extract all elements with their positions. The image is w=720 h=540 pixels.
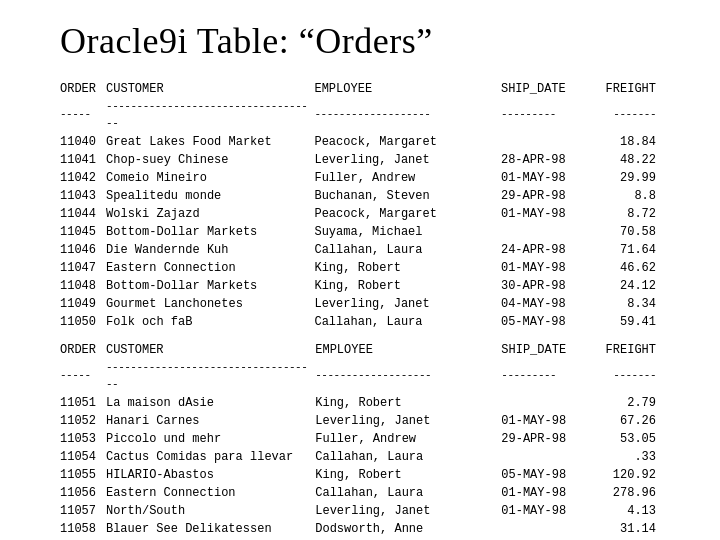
cell-customer: Great Lakes Food Market [106, 133, 314, 151]
col-header-ship_date: SHIP_DATE [501, 341, 599, 359]
cell-ship_date: 05-MAY-98 [501, 313, 600, 331]
cell-employee: King, Robert [315, 394, 501, 412]
cell-ship_date [501, 520, 599, 538]
cell-freight: 18.84 [600, 133, 660, 151]
cell-employee: Suyama, Michael [314, 223, 500, 241]
col-header-employee: EMPLOYEE [315, 341, 501, 359]
col-divider-order: ----- [60, 359, 106, 394]
cell-employee: Dodsworth, Anne [315, 520, 501, 538]
cell-freight: 70.58 [600, 223, 660, 241]
cell-order: 11055 [60, 466, 106, 484]
cell-order: 11051 [60, 394, 106, 412]
table-row: 11043Spealitedu mondeBuchanan, Steven29-… [60, 187, 660, 205]
cell-ship_date [501, 394, 599, 412]
cell-ship_date: 01-MAY-98 [501, 502, 599, 520]
cell-order: 11050 [60, 313, 106, 331]
col-divider-order: ----- [60, 98, 106, 133]
cell-ship_date [501, 133, 600, 151]
cell-freight: 278.96 [600, 484, 660, 502]
table-row: 11041Chop-suey ChineseLeverling, Janet28… [60, 151, 660, 169]
col-divider-customer: ----------------------------------- [106, 98, 314, 133]
cell-customer: Eastern Connection [106, 259, 314, 277]
table-row: 11046Die Wandernde KuhCallahan, Laura24-… [60, 241, 660, 259]
cell-employee: Callahan, Laura [314, 313, 500, 331]
col-divider-ship_date: --------- [501, 98, 600, 133]
cell-order: 11040 [60, 133, 106, 151]
cell-ship_date: 01-MAY-98 [501, 259, 600, 277]
cell-customer: Eastern Connection [106, 484, 315, 502]
col-divider-employee: ------------------- [314, 98, 500, 133]
col-divider-customer: ----------------------------------- [106, 359, 315, 394]
data-table-2: ORDERCUSTOMEREMPLOYEESHIP_DATEFREIGHT---… [60, 341, 660, 540]
cell-order: 11057 [60, 502, 106, 520]
cell-customer: Piccolo und mehr [106, 430, 315, 448]
table-row: 11054Cactus Comidas para llevarCallahan,… [60, 448, 660, 466]
cell-ship_date: 24-APR-98 [501, 241, 600, 259]
cell-order: 11049 [60, 295, 106, 313]
col-divider-freight: ------- [600, 98, 660, 133]
cell-customer: Comeio Mineiro [106, 169, 314, 187]
cell-employee: Callahan, Laura [315, 484, 501, 502]
cell-employee: Leverling, Janet [314, 151, 500, 169]
cell-ship_date: 29-APR-98 [501, 430, 599, 448]
table-section-2: ORDERCUSTOMEREMPLOYEESHIP_DATEFREIGHT---… [60, 341, 660, 540]
cell-employee: Leverling, Janet [315, 412, 501, 430]
cell-employee: Callahan, Laura [314, 241, 500, 259]
cell-employee: Peacock, Margaret [314, 205, 500, 223]
cell-customer: Die Wandernde Kuh [106, 241, 314, 259]
cell-customer: Hanari Carnes [106, 412, 315, 430]
table-row: 11055HILARIO-AbastosKing, Robert05-MAY-9… [60, 466, 660, 484]
cell-employee: Buchanan, Steven [314, 187, 500, 205]
cell-order: 11042 [60, 169, 106, 187]
table-row: 11051La maison dAsieKing, Robert2.79 [60, 394, 660, 412]
cell-freight: 67.26 [600, 412, 660, 430]
cell-customer: Bottom-Dollar Markets [106, 223, 314, 241]
cell-customer: Gourmet Lanchonetes [106, 295, 314, 313]
cell-freight: 8.8 [600, 187, 660, 205]
table-row: 11048Bottom-Dollar MarketsKing, Robert30… [60, 277, 660, 295]
col-header-customer: CUSTOMER [106, 80, 314, 98]
table-row: 11050Folk och faBCallahan, Laura05-MAY-9… [60, 313, 660, 331]
cell-order: 11044 [60, 205, 106, 223]
col-header-order: ORDER [60, 341, 106, 359]
cell-freight: 46.62 [600, 259, 660, 277]
cell-ship_date: 01-MAY-98 [501, 412, 599, 430]
cell-ship_date: 29-APR-98 [501, 187, 600, 205]
page-title: Oracle9i Table: “Orders” [60, 20, 660, 62]
table-row: 11058Blauer See DelikatessenDodsworth, A… [60, 520, 660, 538]
cell-freight: 8.34 [600, 295, 660, 313]
table-row: 11040Great Lakes Food MarketPeacock, Mar… [60, 133, 660, 151]
cell-employee: King, Robert [314, 259, 500, 277]
cell-order: 11048 [60, 277, 106, 295]
table-row: 11057North/SouthLeverling, Janet01-MAY-9… [60, 502, 660, 520]
cell-order: 11054 [60, 448, 106, 466]
cell-freight: 53.05 [600, 430, 660, 448]
cell-order: 11046 [60, 241, 106, 259]
cell-ship_date: 28-APR-98 [501, 151, 600, 169]
table-row: 11045Bottom-Dollar MarketsSuyama, Michae… [60, 223, 660, 241]
cell-freight: 29.99 [600, 169, 660, 187]
col-divider-freight: ------- [600, 359, 660, 394]
cell-order: 11047 [60, 259, 106, 277]
cell-ship_date [501, 448, 599, 466]
col-header-ship_date: SHIP_DATE [501, 80, 600, 98]
cell-freight: 4.13 [600, 502, 660, 520]
cell-employee: Leverling, Janet [314, 295, 500, 313]
col-header-order: ORDER [60, 80, 106, 98]
cell-customer: Wolski Zajazd [106, 205, 314, 223]
table-row: 11056Eastern ConnectionCallahan, Laura01… [60, 484, 660, 502]
cell-employee: Fuller, Andrew [314, 169, 500, 187]
cell-customer: Folk och faB [106, 313, 314, 331]
table-row: 11052Hanari CarnesLeverling, Janet01-MAY… [60, 412, 660, 430]
table-row: 11044Wolski ZajazdPeacock, Margaret01-MA… [60, 205, 660, 223]
cell-freight: 2.79 [600, 394, 660, 412]
cell-order: 11053 [60, 430, 106, 448]
cell-order: 11052 [60, 412, 106, 430]
col-divider-ship_date: --------- [501, 359, 599, 394]
cell-ship_date [501, 223, 600, 241]
cell-ship_date: 05-MAY-98 [501, 466, 599, 484]
cell-order: 11043 [60, 187, 106, 205]
cell-freight: 48.22 [600, 151, 660, 169]
cell-ship_date: 01-MAY-98 [501, 484, 599, 502]
cell-ship_date: 04-MAY-98 [501, 295, 600, 313]
